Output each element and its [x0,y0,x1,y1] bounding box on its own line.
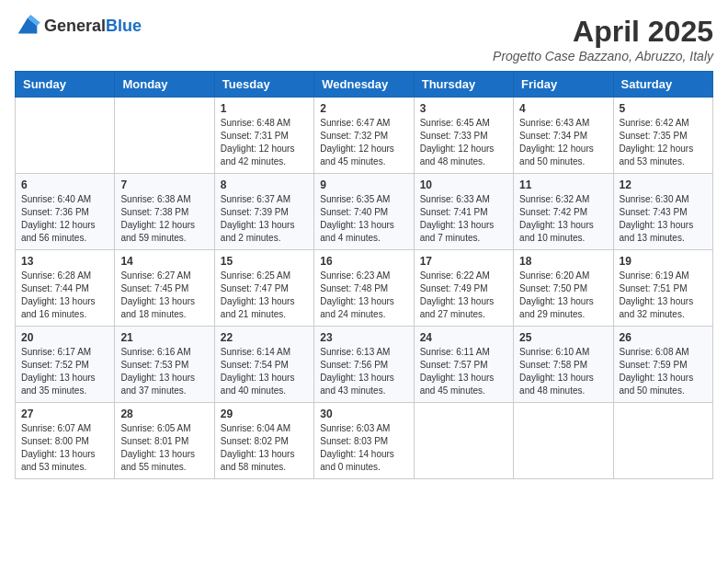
day-info: Sunrise: 6:13 AMSunset: 7:56 PMDaylight:… [320,346,407,397]
day-number: 14 [120,255,208,268]
logo: GeneralBlue [15,15,142,37]
calendar-table: SundayMondayTuesdayWednesdayThursdayFrid… [15,71,713,479]
calendar-week-2: 6Sunrise: 6:40 AMSunset: 7:36 PMDaylight… [16,174,713,250]
day-info: Sunrise: 6:16 AMSunset: 7:53 PMDaylight:… [120,346,208,397]
day-number: 23 [320,331,407,344]
calendar-cell [16,98,115,174]
calendar-cell: 25Sunrise: 6:10 AMSunset: 7:58 PMDayligh… [514,327,613,403]
day-info: Sunrise: 6:03 AMSunset: 8:03 PMDaylight:… [320,422,407,474]
day-number: 27 [21,408,108,420]
calendar-cell: 15Sunrise: 6:25 AMSunset: 7:47 PMDayligh… [214,250,313,327]
day-number: 19 [620,255,707,268]
day-info: Sunrise: 6:35 AMSunset: 7:40 PMDaylight:… [320,193,407,245]
calendar-cell: 9Sunrise: 6:35 AMSunset: 7:40 PMDaylight… [314,174,414,250]
day-number: 13 [21,255,108,268]
weekday-header-thursday: Thursday [414,72,513,98]
calendar-cell: 20Sunrise: 6:17 AMSunset: 7:52 PMDayligh… [16,327,115,403]
day-number: 18 [519,255,607,268]
calendar-cell: 24Sunrise: 6:11 AMSunset: 7:57 PMDayligh… [414,327,513,403]
day-number: 6 [21,178,108,191]
weekday-header-monday: Monday [115,72,214,98]
day-number: 8 [221,178,308,191]
day-number: 25 [519,331,607,344]
day-info: Sunrise: 6:47 AMSunset: 7:32 PMDaylight:… [320,117,407,168]
calendar-week-4: 20Sunrise: 6:17 AMSunset: 7:52 PMDayligh… [16,327,713,403]
day-info: Sunrise: 6:37 AMSunset: 7:39 PMDaylight:… [221,193,308,245]
day-info: Sunrise: 6:19 AMSunset: 7:51 PMDaylight:… [620,270,707,321]
day-number: 5 [620,102,707,115]
calendar-cell: 4Sunrise: 6:43 AMSunset: 7:34 PMDaylight… [514,98,613,174]
day-number: 1 [221,102,308,115]
day-info: Sunrise: 6:32 AMSunset: 7:42 PMDaylight:… [519,193,607,245]
calendar-cell: 22Sunrise: 6:14 AMSunset: 7:54 PMDayligh… [214,327,313,403]
calendar-cell: 28Sunrise: 6:05 AMSunset: 8:01 PMDayligh… [115,403,214,479]
main-title: April 2025 [493,15,713,49]
calendar-cell [115,98,214,174]
day-number: 9 [320,178,407,191]
calendar-cell: 5Sunrise: 6:42 AMSunset: 7:35 PMDaylight… [613,98,712,174]
day-number: 15 [221,255,308,268]
day-info: Sunrise: 6:28 AMSunset: 7:44 PMDaylight:… [21,270,108,321]
day-number: 12 [620,178,707,191]
calendar-cell: 10Sunrise: 6:33 AMSunset: 7:41 PMDayligh… [414,174,513,250]
day-info: Sunrise: 6:04 AMSunset: 8:02 PMDaylight:… [221,422,308,474]
day-number: 17 [420,255,507,268]
logo-icon [15,15,40,37]
day-number: 2 [320,102,407,115]
calendar-cell: 30Sunrise: 6:03 AMSunset: 8:03 PMDayligh… [314,403,414,479]
day-info: Sunrise: 6:42 AMSunset: 7:35 PMDaylight:… [620,117,707,168]
calendar-cell [514,403,613,479]
day-info: Sunrise: 6:30 AMSunset: 7:43 PMDaylight:… [620,193,707,245]
calendar-cell: 19Sunrise: 6:19 AMSunset: 7:51 PMDayligh… [613,250,712,327]
day-number: 20 [21,331,108,344]
day-number: 22 [221,331,308,344]
calendar-cell: 12Sunrise: 6:30 AMSunset: 7:43 PMDayligh… [613,174,712,250]
day-number: 10 [420,178,507,191]
calendar-cell: 1Sunrise: 6:48 AMSunset: 7:31 PMDaylight… [214,98,313,174]
day-info: Sunrise: 6:08 AMSunset: 7:59 PMDaylight:… [620,346,707,397]
day-info: Sunrise: 6:48 AMSunset: 7:31 PMDaylight:… [221,117,308,168]
calendar-cell: 8Sunrise: 6:37 AMSunset: 7:39 PMDaylight… [214,174,313,250]
day-info: Sunrise: 6:27 AMSunset: 7:45 PMDaylight:… [120,270,208,321]
day-number: 16 [320,255,407,268]
day-number: 21 [120,331,208,344]
calendar-cell [613,403,712,479]
weekday-header-saturday: Saturday [613,72,712,98]
logo-blue: Blue [106,17,142,35]
calendar-cell: 26Sunrise: 6:08 AMSunset: 7:59 PMDayligh… [613,327,712,403]
day-number: 28 [120,408,208,420]
day-info: Sunrise: 6:33 AMSunset: 7:41 PMDaylight:… [420,193,507,245]
weekday-header-friday: Friday [514,72,613,98]
calendar-cell: 14Sunrise: 6:27 AMSunset: 7:45 PMDayligh… [115,250,214,327]
calendar-cell: 16Sunrise: 6:23 AMSunset: 7:48 PMDayligh… [314,250,414,327]
calendar-cell: 27Sunrise: 6:07 AMSunset: 8:00 PMDayligh… [16,403,115,479]
day-info: Sunrise: 6:45 AMSunset: 7:33 PMDaylight:… [420,117,507,168]
day-info: Sunrise: 6:25 AMSunset: 7:47 PMDaylight:… [221,270,308,321]
day-number: 4 [519,102,607,115]
day-info: Sunrise: 6:23 AMSunset: 7:48 PMDaylight:… [320,270,407,321]
logo-general: General [44,17,106,35]
weekday-header-tuesday: Tuesday [214,72,313,98]
subtitle: Progetto Case Bazzano, Abruzzo, Italy [493,49,713,63]
day-info: Sunrise: 6:11 AMSunset: 7:57 PMDaylight:… [420,346,507,397]
calendar-cell: 3Sunrise: 6:45 AMSunset: 7:33 PMDaylight… [414,98,513,174]
calendar-cell: 2Sunrise: 6:47 AMSunset: 7:32 PMDaylight… [314,98,414,174]
calendar-cell: 18Sunrise: 6:20 AMSunset: 7:50 PMDayligh… [514,250,613,327]
day-number: 24 [420,331,507,344]
calendar-cell: 23Sunrise: 6:13 AMSunset: 7:56 PMDayligh… [314,327,414,403]
day-info: Sunrise: 6:07 AMSunset: 8:00 PMDaylight:… [21,422,108,474]
day-info: Sunrise: 6:20 AMSunset: 7:50 PMDaylight:… [519,270,607,321]
day-number: 26 [620,331,707,344]
page-header: GeneralBlue April 2025 Progetto Case Baz… [15,15,713,63]
logo-text: GeneralBlue [44,17,142,36]
day-info: Sunrise: 6:14 AMSunset: 7:54 PMDaylight:… [221,346,308,397]
calendar-cell [414,403,513,479]
weekday-header-wednesday: Wednesday [314,72,414,98]
calendar-week-3: 13Sunrise: 6:28 AMSunset: 7:44 PMDayligh… [16,250,713,327]
day-number: 7 [120,178,208,191]
calendar-cell: 13Sunrise: 6:28 AMSunset: 7:44 PMDayligh… [16,250,115,327]
day-number: 29 [221,408,308,420]
calendar-week-1: 1Sunrise: 6:48 AMSunset: 7:31 PMDaylight… [16,98,713,174]
day-number: 11 [519,178,607,191]
day-info: Sunrise: 6:05 AMSunset: 8:01 PMDaylight:… [120,422,208,474]
